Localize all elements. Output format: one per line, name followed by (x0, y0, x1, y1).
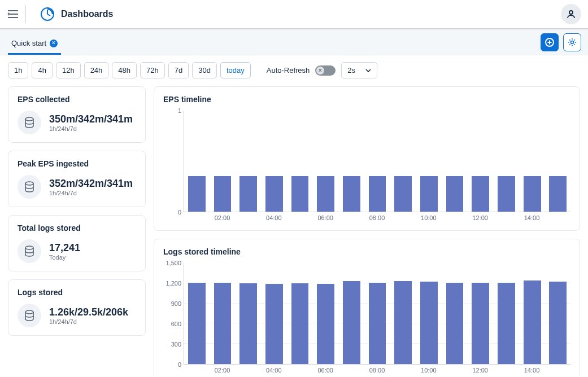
list-toggle-icon (7, 9, 19, 19)
y-tick: 300 (171, 341, 181, 348)
auto-refresh-toggle[interactable]: ✕ (315, 65, 336, 76)
y-tick: 600 (171, 321, 181, 327)
chart-bar (394, 176, 412, 212)
chart-title: EPS timeline (163, 95, 570, 104)
brand: Dashboards (40, 6, 113, 22)
svg-point-11 (25, 117, 33, 121)
database-icon (18, 239, 41, 263)
user-icon (566, 9, 576, 19)
chart-bar (420, 176, 438, 212)
chart-bar (214, 176, 232, 212)
stat-card: Total logs stored17,241Today (8, 215, 146, 271)
chart-bar (549, 176, 567, 212)
svg-point-6 (569, 11, 573, 14)
stat-title: Peak EPS ingested (18, 159, 136, 168)
toolbar: 1h4h12h24h48h72h7d30dtoday Auto-Refresh … (0, 55, 588, 84)
chart-bar (317, 284, 334, 364)
range-24h[interactable]: 24h (84, 62, 109, 78)
eps-timeline-card: EPS timeline 0102:0004:0006:0008:0010:00… (154, 86, 580, 231)
database-icon (18, 175, 41, 199)
auto-refresh-group: Auto-Refresh ✕ 2s (267, 62, 377, 78)
y-tick: 0 (178, 209, 181, 216)
tab-bar: Quick start ✕ (0, 29, 588, 55)
svg-point-12 (25, 182, 33, 185)
range-today[interactable]: today (220, 62, 251, 78)
close-tab-icon[interactable]: ✕ (50, 40, 58, 47)
chart-bar (239, 176, 257, 212)
x-tick: 12:00 (472, 367, 488, 374)
database-icon (18, 111, 41, 134)
chart-plot: 03006009001,2001,500 (163, 263, 570, 365)
chart-bar (524, 176, 541, 212)
settings-button[interactable] (563, 33, 581, 51)
x-tick: 10:00 (421, 214, 437, 221)
chart-bar (188, 283, 206, 364)
x-tick: 06:00 (317, 367, 333, 374)
charts-column: EPS timeline 0102:0004:0006:0008:0010:00… (154, 86, 580, 375)
chart-bar (265, 284, 283, 364)
chart-bar (498, 283, 515, 364)
range-48h[interactable]: 48h (112, 62, 137, 78)
brand-icon (40, 6, 55, 22)
toggle-off-icon: ✕ (316, 67, 324, 74)
chart-bar (524, 280, 541, 364)
plus-circle-icon (545, 37, 555, 47)
chart-bar (343, 281, 360, 364)
time-range-group: 1h4h12h24h48h72h7d30dtoday (8, 62, 251, 78)
y-tick: 1,500 (165, 260, 181, 266)
chart-bar (369, 283, 386, 364)
gear-icon (567, 37, 577, 47)
x-tick: 14:00 (524, 367, 540, 374)
logs-timeline-card: Logs stored timeline 03006009001,2001,50… (154, 239, 580, 375)
chart-bar (265, 176, 283, 212)
refresh-interval-select[interactable]: 2s (341, 62, 377, 78)
range-4h[interactable]: 4h (32, 62, 52, 78)
svg-point-14 (25, 310, 33, 314)
range-7d[interactable]: 7d (168, 62, 189, 78)
y-tick: 900 (171, 300, 181, 307)
range-12h[interactable]: 12h (56, 62, 81, 78)
tab-quick-start[interactable]: Quick start ✕ (8, 33, 61, 55)
chart-bar (291, 176, 309, 212)
chart-bar (291, 283, 309, 364)
stat-card: Logs stored1.26k/29.5k/206k1h/24h/7d (8, 279, 146, 336)
chart-bar (420, 282, 438, 364)
stat-sublabel: 1h/24h/7d (49, 190, 133, 196)
y-tick: 0 (178, 361, 181, 368)
y-tick: 1 (178, 107, 181, 114)
stat-sublabel: 1h/24h/7d (49, 318, 128, 325)
svg-point-10 (571, 41, 574, 44)
stat-value: 17,241 (49, 242, 80, 254)
chart-bar (549, 282, 567, 364)
chart-plot: 01 (163, 111, 570, 212)
stats-column: EPS collected350m/342m/341m1h/24h/7dPeak… (8, 86, 146, 375)
x-tick: 14:00 (524, 214, 540, 221)
range-1h[interactable]: 1h (8, 62, 28, 78)
chart-bar (239, 283, 257, 364)
y-tick: 1,200 (165, 280, 181, 287)
x-tick: 04:00 (266, 367, 282, 374)
chart-bar (498, 176, 515, 212)
x-tick: 06:00 (317, 214, 333, 221)
auto-refresh-label: Auto-Refresh (267, 66, 310, 74)
user-menu-button[interactable] (561, 4, 581, 24)
x-tick: 02:00 (215, 214, 230, 221)
stat-title: Logs stored (18, 288, 136, 297)
chart-title: Logs stored timeline (163, 247, 570, 256)
refresh-interval-value: 2s (347, 66, 355, 74)
chart-bar (472, 283, 489, 364)
add-dashboard-button[interactable] (541, 33, 559, 51)
tab-label: Quick start (11, 39, 46, 47)
stat-value: 352m/342m/341m (49, 178, 133, 190)
range-72h[interactable]: 72h (140, 62, 165, 78)
x-tick: 08:00 (369, 367, 385, 374)
dashboard-content: EPS collected350m/342m/341m1h/24h/7dPeak… (0, 84, 588, 375)
x-tick: 10:00 (421, 367, 437, 374)
page-title: Dashboards (61, 9, 113, 19)
menu-toggle-button[interactable] (7, 5, 26, 24)
stat-sublabel: 1h/24h/7d (49, 125, 133, 132)
chart-bar (317, 176, 334, 212)
stat-title: EPS collected (18, 95, 136, 104)
range-30d[interactable]: 30d (192, 62, 217, 78)
x-tick: 08:00 (369, 214, 385, 221)
